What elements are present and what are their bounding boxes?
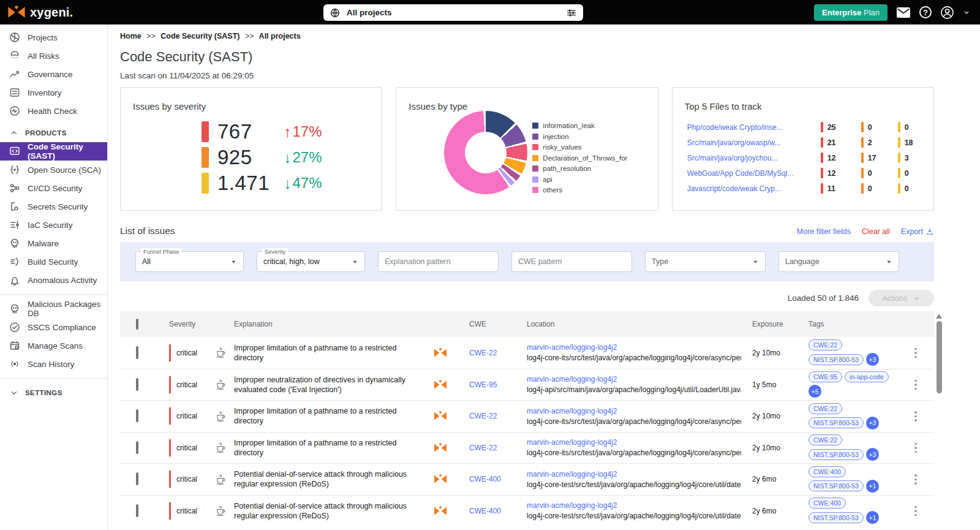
- cwe-link[interactable]: CWE-22: [459, 412, 527, 420]
- tag-pill[interactable]: CWE:400: [809, 498, 846, 509]
- funnel-phase-select[interactable]: Funnel PhaseAll: [135, 251, 244, 272]
- sidebar-item-scan-history[interactable]: Scan History: [0, 355, 107, 373]
- table-scrollbar[interactable]: [935, 312, 943, 530]
- stat-value: 0: [905, 123, 909, 132]
- row-checkbox[interactable]: [136, 441, 138, 454]
- sidebar-item-malicious-packages-db[interactable]: Malicious Packages DB: [0, 300, 107, 318]
- tag-pill[interactable]: CWE:22: [809, 339, 842, 350]
- row-checkbox[interactable]: [136, 504, 138, 517]
- stat-bar: [821, 183, 823, 194]
- cwe-link[interactable]: CWE-95: [459, 380, 527, 389]
- file-stat-high: 0: [861, 122, 898, 132]
- explanation-pattern-input[interactable]: [378, 251, 499, 272]
- tag-pill[interactable]: NIST.SP.800-53: [809, 354, 864, 365]
- sidebar-item-code-security-sast[interactable]: Code Security (SAST): [0, 142, 107, 161]
- cwe-link[interactable]: CWE-22: [459, 349, 527, 357]
- tag-pill[interactable]: NIST.SP.800-53: [809, 512, 864, 523]
- sidebar-item-malware[interactable]: Malware: [0, 234, 107, 252]
- more-filter-fields-link[interactable]: More filter fields: [797, 227, 851, 236]
- help-icon[interactable]: ?: [919, 6, 932, 18]
- repo-link[interactable]: marvin-acme/logging-log4j2: [527, 343, 741, 352]
- repo-link[interactable]: marvin-acme/logging-log4j2: [527, 501, 741, 510]
- scrollbar-thumb[interactable]: [937, 321, 942, 393]
- sidebar-item-ci-cd-security[interactable]: CI/CD Security: [0, 179, 107, 197]
- sidebar-item-governance[interactable]: Governance: [0, 65, 107, 83]
- sidebar-item-iac-security[interactable]: IaC Security: [0, 216, 107, 234]
- sidebar-item-build-security[interactable]: Build Security: [0, 252, 107, 271]
- export-link[interactable]: Export: [901, 227, 934, 236]
- tag-pill[interactable]: NIST.SP.800-53: [809, 417, 864, 428]
- issues-by-type-donut-chart[interactable]: [444, 111, 527, 194]
- tag-pill[interactable]: CWE:400: [809, 466, 846, 477]
- repo-link[interactable]: marvin-acme/logging-log4j2: [527, 438, 741, 447]
- tag-pill[interactable]: CWE:95: [809, 371, 842, 382]
- severity-select[interactable]: Severitycritical, high, low: [257, 251, 365, 272]
- more-tags-badge[interactable]: +3: [866, 417, 879, 430]
- tag-pill[interactable]: NIST.SP.800-53: [809, 449, 864, 460]
- select-all-checkbox[interactable]: [136, 319, 138, 330]
- tag-pill[interactable]: in-app-code: [845, 371, 888, 382]
- kebab-menu-icon[interactable]: [903, 376, 928, 394]
- repo-link[interactable]: marvin-acme/logging-log4j2: [527, 407, 741, 415]
- repo-link[interactable]: marvin-acme/logging-log4j2: [527, 375, 741, 384]
- breadcrumb-code-security[interactable]: Code Security (SAST): [160, 32, 239, 40]
- language-select[interactable]: Language: [778, 251, 899, 272]
- kebab-menu-icon[interactable]: [903, 439, 928, 457]
- row-checkbox[interactable]: [136, 409, 138, 422]
- cwe-link[interactable]: CWE-400: [459, 507, 527, 515]
- account-chevron-down-icon[interactable]: [963, 9, 970, 16]
- build-icon: [9, 256, 21, 268]
- sidebar-item-anomalous-activity[interactable]: Anomalous Activity: [0, 271, 107, 289]
- file-link[interactable]: Javascript/code/weak Cryp...: [687, 184, 821, 193]
- tag-pill[interactable]: CWE:22: [809, 403, 842, 414]
- cwe-link[interactable]: CWE-400: [459, 475, 527, 483]
- sidebar-item-all-risks[interactable]: All Risks: [0, 47, 107, 65]
- breadcrumb-all-projects[interactable]: All projects: [259, 32, 301, 40]
- xygeni-logo[interactable]: xygeni.: [0, 6, 73, 20]
- project-selector[interactable]: All projects: [323, 4, 583, 21]
- tune-icon[interactable]: [566, 7, 577, 18]
- scrollbar-up-arrow[interactable]: [936, 314, 942, 319]
- clear-all-link[interactable]: Clear all: [862, 227, 890, 236]
- kebab-menu-icon[interactable]: [903, 407, 928, 425]
- breadcrumb-home[interactable]: Home: [120, 32, 141, 40]
- file-link[interactable]: Src/main/java/org/owasp/w...: [687, 138, 821, 147]
- more-tags-badge[interactable]: +1: [866, 511, 879, 524]
- kebab-menu-icon[interactable]: [903, 502, 928, 520]
- kebab-menu-icon[interactable]: [903, 471, 928, 488]
- products-section-toggle[interactable]: PRODUCTS: [0, 124, 107, 142]
- sidebar-item-open-source-sca[interactable]: Open Source (SCA): [0, 161, 107, 179]
- settings-section-toggle[interactable]: SETTINGS: [0, 384, 107, 402]
- more-tags-badge[interactable]: +3: [866, 353, 879, 366]
- repo-link[interactable]: marvin-acme/logging-log4j2: [527, 470, 741, 479]
- sidebar-item-sscs-compliance[interactable]: SSCS Compliance: [0, 318, 107, 336]
- stat-bar: [861, 122, 864, 132]
- sidebar-item-health-check[interactable]: Health Check: [0, 102, 107, 120]
- file-link[interactable]: Php/code/weak Crypto/inse...: [687, 123, 821, 132]
- row-checkbox[interactable]: [136, 472, 138, 485]
- enterprise-plan-button[interactable]: Enterprise Plan: [814, 4, 888, 21]
- more-tags-badge[interactable]: +1: [866, 480, 879, 493]
- sidebar-item-projects[interactable]: Projects: [0, 28, 107, 47]
- java-icon: [216, 379, 234, 390]
- actions-button[interactable]: Actions: [869, 290, 934, 306]
- account-icon[interactable]: [940, 6, 954, 20]
- row-checkbox[interactable]: [136, 346, 138, 359]
- breadcrumb-separator: >>: [245, 32, 254, 40]
- cwe-pattern-input[interactable]: [511, 251, 632, 272]
- mail-icon[interactable]: [896, 7, 911, 18]
- tag-pill[interactable]: CWE:22: [809, 434, 842, 445]
- tag-pill[interactable]: NIST.SP.800-53: [809, 480, 864, 491]
- row-checkbox[interactable]: [136, 378, 138, 391]
- sidebar-item-secrets-security[interactable]: Secrets Security: [0, 197, 107, 216]
- more-tags-badge[interactable]: +5: [809, 385, 821, 398]
- cwe-link[interactable]: CWE-22: [459, 444, 527, 452]
- file-link[interactable]: WebGoat/App Code/DB/MySql...: [687, 169, 821, 178]
- type-select[interactable]: Type: [645, 251, 766, 272]
- file-link[interactable]: Src/main/java/org/joychou...: [687, 154, 821, 162]
- kebab-menu-icon[interactable]: [903, 344, 928, 362]
- sidebar-item-manage-scans[interactable]: Manage Scans: [0, 336, 107, 355]
- sidebar-item-inventory[interactable]: Inventory: [0, 83, 107, 102]
- table-row: criticalImproper limitation of a pathnam…: [120, 337, 934, 369]
- more-tags-badge[interactable]: +3: [866, 448, 879, 461]
